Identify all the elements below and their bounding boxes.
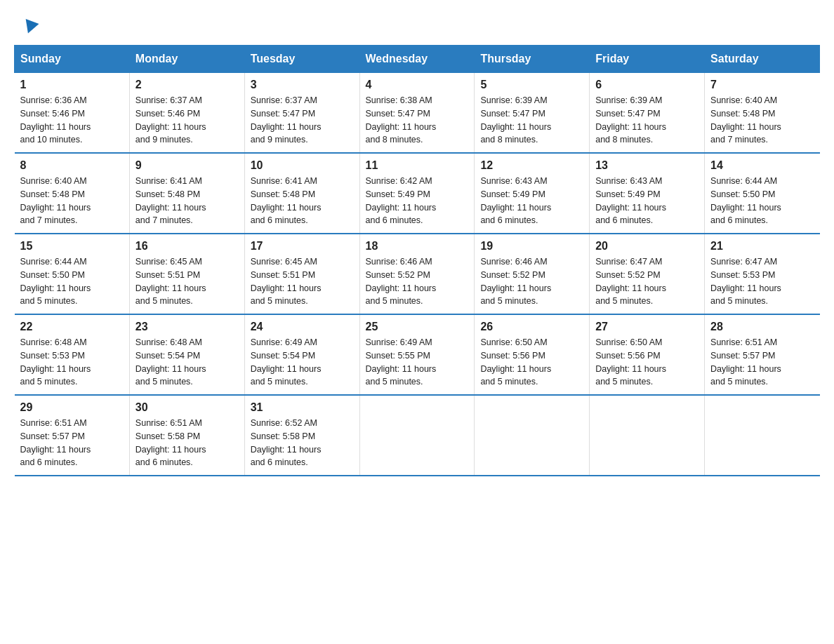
- calendar-cell: 25 Sunrise: 6:49 AMSunset: 5:55 PMDaylig…: [359, 314, 475, 395]
- week-row-1: 1 Sunrise: 6:36 AMSunset: 5:46 PMDayligh…: [15, 73, 820, 154]
- calendar-cell: 23 Sunrise: 6:48 AMSunset: 5:54 PMDaylig…: [129, 314, 244, 395]
- day-info: Sunrise: 6:47 AMSunset: 5:53 PMDaylight:…: [710, 255, 814, 308]
- day-info: Sunrise: 6:46 AMSunset: 5:52 PMDaylight:…: [366, 255, 469, 308]
- calendar-body: 1 Sunrise: 6:36 AMSunset: 5:46 PMDayligh…: [15, 73, 820, 476]
- day-info: Sunrise: 6:52 AMSunset: 5:58 PMDaylight:…: [251, 417, 354, 469]
- calendar-cell: 12 Sunrise: 6:43 AMSunset: 5:49 PMDaylig…: [475, 153, 590, 234]
- header-row: SundayMondayTuesdayWednesdayThursdayFrid…: [15, 46, 820, 73]
- day-number: 25: [366, 321, 469, 333]
- calendar-cell: 11 Sunrise: 6:42 AMSunset: 5:49 PMDaylig…: [359, 153, 475, 234]
- day-info: Sunrise: 6:51 AMSunset: 5:57 PMDaylight:…: [710, 336, 814, 389]
- calendar-cell: 22 Sunrise: 6:48 AMSunset: 5:53 PMDaylig…: [15, 314, 130, 395]
- day-number: 31: [251, 401, 354, 414]
- calendar-cell: 24 Sunrise: 6:49 AMSunset: 5:54 PMDaylig…: [244, 314, 359, 395]
- header-saturday: Saturday: [705, 46, 820, 73]
- calendar-cell: 13 Sunrise: 6:43 AMSunset: 5:49 PMDaylig…: [590, 153, 705, 234]
- day-number: 1: [20, 79, 124, 91]
- calendar-cell: 5 Sunrise: 6:39 AMSunset: 5:47 PMDayligh…: [475, 73, 590, 154]
- page-header: [14, 14, 820, 38]
- day-number: 21: [710, 240, 814, 253]
- day-info: Sunrise: 6:44 AMSunset: 5:50 PMDaylight:…: [20, 255, 124, 308]
- calendar-cell: 27 Sunrise: 6:50 AMSunset: 5:56 PMDaylig…: [590, 314, 705, 395]
- day-info: Sunrise: 6:50 AMSunset: 5:56 PMDaylight:…: [480, 336, 583, 389]
- calendar-cell: 7 Sunrise: 6:40 AMSunset: 5:48 PMDayligh…: [705, 73, 820, 154]
- calendar-cell: 3 Sunrise: 6:37 AMSunset: 5:47 PMDayligh…: [244, 73, 359, 154]
- calendar-cell: 15 Sunrise: 6:44 AMSunset: 5:50 PMDaylig…: [15, 234, 130, 314]
- day-info: Sunrise: 6:49 AMSunset: 5:54 PMDaylight:…: [251, 336, 354, 389]
- day-info: Sunrise: 6:39 AMSunset: 5:47 PMDaylight:…: [595, 94, 699, 147]
- day-info: Sunrise: 6:49 AMSunset: 5:55 PMDaylight:…: [366, 336, 469, 389]
- day-info: Sunrise: 6:45 AMSunset: 5:51 PMDaylight:…: [135, 255, 239, 308]
- day-number: 9: [135, 159, 239, 172]
- day-info: Sunrise: 6:42 AMSunset: 5:49 PMDaylight:…: [366, 175, 469, 227]
- calendar-cell: 1 Sunrise: 6:36 AMSunset: 5:46 PMDayligh…: [15, 73, 130, 154]
- header-tuesday: Tuesday: [244, 46, 359, 73]
- day-number: 16: [135, 240, 239, 253]
- calendar-cell: [475, 395, 590, 476]
- day-number: 7: [710, 79, 814, 91]
- header-friday: Friday: [590, 46, 705, 73]
- calendar-cell: 6 Sunrise: 6:39 AMSunset: 5:47 PMDayligh…: [590, 73, 705, 154]
- day-number: 28: [710, 321, 814, 333]
- day-number: 26: [480, 321, 583, 333]
- calendar-cell: 26 Sunrise: 6:50 AMSunset: 5:56 PMDaylig…: [475, 314, 590, 395]
- calendar-cell: [705, 395, 820, 476]
- day-number: 14: [710, 159, 814, 172]
- day-number: 22: [20, 321, 124, 333]
- day-number: 13: [595, 159, 699, 172]
- day-info: Sunrise: 6:45 AMSunset: 5:51 PMDaylight:…: [251, 255, 354, 308]
- day-info: Sunrise: 6:47 AMSunset: 5:52 PMDaylight:…: [595, 255, 699, 308]
- day-number: 5: [480, 79, 583, 91]
- week-row-3: 15 Sunrise: 6:44 AMSunset: 5:50 PMDaylig…: [15, 234, 820, 314]
- day-info: Sunrise: 6:37 AMSunset: 5:47 PMDaylight:…: [251, 94, 354, 147]
- day-number: 6: [595, 79, 699, 91]
- calendar-cell: 8 Sunrise: 6:40 AMSunset: 5:48 PMDayligh…: [15, 153, 130, 234]
- day-number: 8: [20, 159, 124, 172]
- day-number: 15: [20, 240, 124, 253]
- day-info: Sunrise: 6:36 AMSunset: 5:46 PMDaylight:…: [20, 94, 124, 147]
- calendar-cell: 16 Sunrise: 6:45 AMSunset: 5:51 PMDaylig…: [129, 234, 244, 314]
- calendar-cell: [359, 395, 475, 476]
- day-number: 3: [251, 79, 354, 91]
- day-info: Sunrise: 6:40 AMSunset: 5:48 PMDaylight:…: [20, 175, 124, 227]
- calendar-cell: 31 Sunrise: 6:52 AMSunset: 5:58 PMDaylig…: [244, 395, 359, 476]
- calendar-cell: 10 Sunrise: 6:41 AMSunset: 5:48 PMDaylig…: [244, 153, 359, 234]
- calendar-cell: 18 Sunrise: 6:46 AMSunset: 5:52 PMDaylig…: [359, 234, 475, 314]
- logo-text: [21, 21, 39, 34]
- calendar-cell: 19 Sunrise: 6:46 AMSunset: 5:52 PMDaylig…: [475, 234, 590, 314]
- day-info: Sunrise: 6:48 AMSunset: 5:54 PMDaylight:…: [135, 336, 239, 389]
- calendar-header: SundayMondayTuesdayWednesdayThursdayFrid…: [15, 46, 820, 73]
- header-sunday: Sunday: [15, 46, 130, 73]
- day-number: 2: [135, 79, 239, 91]
- logo: [21, 21, 39, 31]
- week-row-5: 29 Sunrise: 6:51 AMSunset: 5:57 PMDaylig…: [15, 395, 820, 476]
- calendar-cell: 4 Sunrise: 6:38 AMSunset: 5:47 PMDayligh…: [359, 73, 475, 154]
- day-info: Sunrise: 6:43 AMSunset: 5:49 PMDaylight:…: [595, 175, 699, 227]
- day-info: Sunrise: 6:44 AMSunset: 5:50 PMDaylight:…: [710, 175, 814, 227]
- day-info: Sunrise: 6:41 AMSunset: 5:48 PMDaylight:…: [251, 175, 354, 227]
- day-number: 12: [480, 159, 583, 172]
- day-number: 4: [366, 79, 469, 91]
- day-number: 10: [251, 159, 354, 172]
- day-number: 17: [251, 240, 354, 253]
- calendar-table: SundayMondayTuesdayWednesdayThursdayFrid…: [14, 45, 820, 476]
- calendar-cell: 9 Sunrise: 6:41 AMSunset: 5:48 PMDayligh…: [129, 153, 244, 234]
- day-info: Sunrise: 6:37 AMSunset: 5:46 PMDaylight:…: [135, 94, 239, 147]
- calendar-cell: 20 Sunrise: 6:47 AMSunset: 5:52 PMDaylig…: [590, 234, 705, 314]
- calendar-cell: 2 Sunrise: 6:37 AMSunset: 5:46 PMDayligh…: [129, 73, 244, 154]
- day-info: Sunrise: 6:43 AMSunset: 5:49 PMDaylight:…: [480, 175, 583, 227]
- day-number: 24: [251, 321, 354, 333]
- day-info: Sunrise: 6:39 AMSunset: 5:47 PMDaylight:…: [480, 94, 583, 147]
- day-info: Sunrise: 6:40 AMSunset: 5:48 PMDaylight:…: [710, 94, 814, 147]
- day-number: 11: [366, 159, 469, 172]
- day-info: Sunrise: 6:51 AMSunset: 5:57 PMDaylight:…: [20, 417, 124, 469]
- day-info: Sunrise: 6:51 AMSunset: 5:58 PMDaylight:…: [135, 417, 239, 469]
- week-row-2: 8 Sunrise: 6:40 AMSunset: 5:48 PMDayligh…: [15, 153, 820, 234]
- day-number: 23: [135, 321, 239, 333]
- day-number: 29: [20, 401, 124, 414]
- day-number: 27: [595, 321, 699, 333]
- day-info: Sunrise: 6:50 AMSunset: 5:56 PMDaylight:…: [595, 336, 699, 389]
- day-number: 20: [595, 240, 699, 253]
- calendar-cell: 28 Sunrise: 6:51 AMSunset: 5:57 PMDaylig…: [705, 314, 820, 395]
- day-info: Sunrise: 6:48 AMSunset: 5:53 PMDaylight:…: [20, 336, 124, 389]
